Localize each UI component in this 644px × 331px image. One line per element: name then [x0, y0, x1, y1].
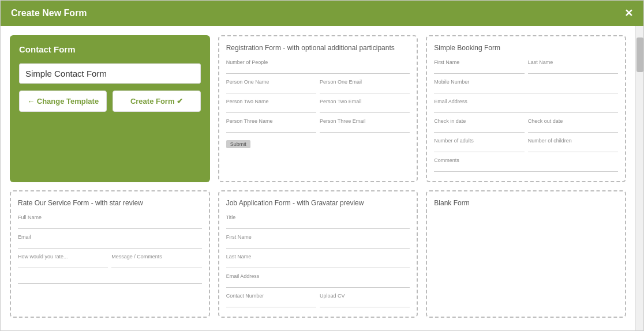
modal-content: Contact Form ← Change Template Create Fo… [1, 26, 635, 330]
template-title-rate: Rate Our Service Form - with star review [18, 198, 202, 208]
field-first-name: First Name [226, 234, 410, 251]
field-row-checkin: Check in date Check out date [434, 118, 618, 135]
template-title-registration: Registration Form - with optional additi… [226, 43, 410, 53]
field-title: Title [226, 215, 410, 231]
change-template-button[interactable]: ← Change Template [19, 91, 107, 112]
active-card-title: Contact Form [19, 44, 201, 54]
field-comments: Comments [434, 157, 618, 174]
form-name-input[interactable] [19, 63, 201, 84]
field-row-rate-comments: How would you rate... Message / Comments [18, 254, 202, 270]
template-card-job[interactable]: Job Application Form - with Gravatar pre… [218, 190, 418, 318]
active-contact-form-card: Contact Form ← Change Template Create Fo… [10, 35, 210, 182]
modal-wrapper: Create New Form ✕ Contact Form ← Change … [0, 0, 644, 331]
field-number-of-people: Number of People [226, 59, 410, 76]
field-email-rate: Email [18, 234, 202, 251]
modal-body: Contact Form ← Change Template Create Fo… [1, 26, 643, 330]
field-email: Email Address [434, 99, 618, 115]
field-row-person-one: Person One Name Person One Email [226, 79, 410, 96]
button-row: ← Change Template Create Form ✔ [19, 91, 201, 112]
field-row-person-two: Person Two Name Person Two Email [226, 99, 410, 115]
field-full-name: Full Name [18, 215, 202, 231]
template-card-registration[interactable]: Registration Form - with optional additi… [218, 35, 418, 182]
close-button[interactable]: ✕ [624, 8, 633, 18]
scrollbar-thumb[interactable] [636, 37, 643, 72]
template-title-blank: Blank Form [434, 198, 618, 208]
submit-badge: Submit [226, 140, 250, 148]
field-extra [18, 276, 202, 284]
modal-title: Create New Form [11, 8, 87, 18]
scrollbar[interactable] [635, 26, 643, 330]
field-last-name: Last Name [226, 254, 410, 270]
template-title-booking: Simple Booking Form [434, 43, 618, 53]
template-title-job: Job Application Form - with Gravatar pre… [226, 198, 410, 208]
template-card-rate-service[interactable]: Rate Our Service Form - with star review… [10, 190, 210, 318]
template-card-blank[interactable]: Blank Form [426, 190, 626, 318]
field-row-contact-cv: Contact Number Upload CV [226, 293, 410, 310]
field-row-name: First Name Last Name [434, 59, 618, 76]
create-form-button[interactable]: Create Form ✔ [113, 91, 200, 112]
field-mobile: Mobile Number [434, 79, 618, 96]
field-email-job: Email Address [226, 273, 410, 290]
field-row-person-three: Person Three Name Person Three Email [226, 118, 410, 135]
template-card-booking[interactable]: Simple Booking Form First Name Last Name… [426, 35, 626, 182]
modal-header: Create New Form ✕ [1, 1, 643, 26]
field-row-adults: Number of adults Number of children [434, 138, 618, 155]
